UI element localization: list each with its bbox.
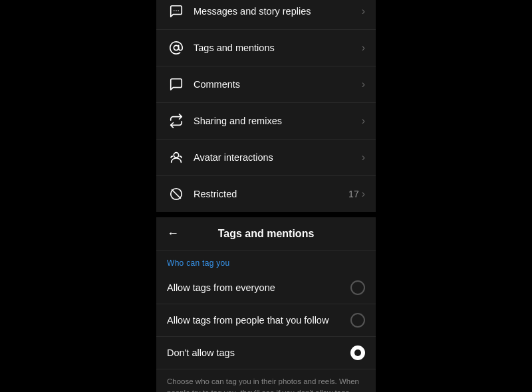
interactions-panel: How others can interact with you Message… <box>156 0 376 212</box>
svg-point-2 <box>178 10 178 11</box>
tags-mentions-panel: ← Tags and mentions Who can tag you Allo… <box>156 217 376 392</box>
svg-point-4 <box>174 153 178 157</box>
panel-header: ← Tags and mentions <box>156 217 376 250</box>
everyone-radio[interactable] <box>350 280 365 295</box>
svg-point-0 <box>174 10 174 11</box>
panel-title: Tags and mentions <box>187 228 345 240</box>
messages-label: Messages and story replies <box>194 6 362 17</box>
radio-item-noone[interactable]: Don't allow tags <box>156 337 376 369</box>
at-icon <box>167 39 186 57</box>
panel-divider <box>156 212 376 215</box>
following-label: Allow tags from people that you follow <box>167 315 350 326</box>
tags-label: Tags and mentions <box>194 43 362 53</box>
menu-item-avatar[interactable]: Avatar interactions › <box>156 140 376 176</box>
who-can-tag-header: Who can tag you <box>156 250 376 272</box>
sharing-chevron: › <box>362 115 365 127</box>
tags-description: Choose who can tag you in their photos a… <box>156 369 376 392</box>
comment-icon <box>167 75 186 94</box>
sharing-label: Sharing and remixes <box>194 116 362 126</box>
noone-label: Don't allow tags <box>167 347 350 358</box>
svg-point-1 <box>176 10 176 11</box>
tags-chevron: › <box>362 42 365 54</box>
restricted-chevron: › <box>362 188 365 200</box>
menu-item-messages[interactable]: Messages and story replies › <box>156 0 376 30</box>
restricted-badge: 17 <box>348 189 359 199</box>
menu-item-tags[interactable]: Tags and mentions › <box>156 30 376 66</box>
following-radio[interactable] <box>350 313 365 328</box>
avatar-chevron: › <box>362 151 365 163</box>
radio-item-everyone[interactable]: Allow tags from everyone <box>156 272 376 304</box>
menu-item-comments[interactable]: Comments › <box>156 66 376 103</box>
svg-line-6 <box>172 190 181 199</box>
noone-radio[interactable] <box>350 345 365 360</box>
svg-point-3 <box>174 45 178 50</box>
restricted-label: Restricted <box>194 189 348 199</box>
restricted-icon <box>167 185 186 203</box>
radio-item-following[interactable]: Allow tags from people that you follow <box>156 304 376 337</box>
menu-item-sharing[interactable]: Sharing and remixes › <box>156 103 376 140</box>
avatar-icon <box>167 148 186 167</box>
comments-chevron: › <box>362 78 365 90</box>
everyone-label: Allow tags from everyone <box>167 282 350 293</box>
messages-chevron: › <box>362 5 365 17</box>
menu-item-restricted[interactable]: Restricted 17 › <box>156 176 376 212</box>
share-icon <box>167 112 186 130</box>
comments-label: Comments <box>194 79 362 90</box>
avatar-label: Avatar interactions <box>194 152 362 163</box>
back-button[interactable]: ← <box>167 227 179 241</box>
message-icon <box>167 2 186 21</box>
